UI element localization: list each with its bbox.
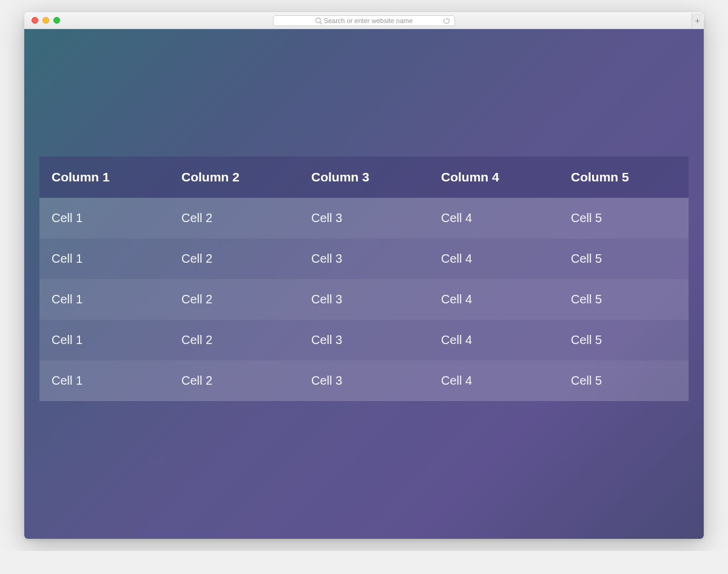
data-table: Column 1 Column 2 Column 3 Column 4 Colu… [39,157,689,401]
table-row: Cell 1 Cell 2 Cell 3 Cell 4 Cell 5 [39,238,689,279]
table-cell: Cell 3 [299,198,429,238]
minimize-icon[interactable] [42,17,49,24]
table-header-row: Column 1 Column 2 Column 3 Column 4 Colu… [39,157,689,198]
table-cell: Cell 2 [169,238,299,279]
address-placeholder: Search or enter website name [324,17,413,24]
table-cell: Cell 1 [39,198,169,238]
table-cell: Cell 1 [39,238,169,279]
browser-toolbar: Search or enter website name + [24,12,704,29]
table-cell: Cell 4 [429,238,559,279]
table-cell: Cell 5 [559,198,689,238]
address-bar[interactable]: Search or enter website name [273,15,455,26]
table-cell: Cell 2 [169,279,299,320]
table-cell: Cell 2 [169,360,299,401]
table-cell: Cell 5 [559,279,689,320]
reload-icon[interactable] [443,18,450,24]
table-cell: Cell 4 [429,279,559,320]
table-cell: Cell 2 [169,320,299,360]
column-header: Column 2 [169,157,299,198]
table-cell: Cell 4 [429,198,559,238]
table-cell: Cell 5 [559,360,689,401]
table-cell: Cell 3 [299,279,429,320]
close-icon[interactable] [32,17,38,24]
table-cell: Cell 4 [429,320,559,360]
table-cell: Cell 1 [39,360,169,401]
table-cell: Cell 1 [39,320,169,360]
table-cell: Cell 4 [429,360,559,401]
page-viewport: Column 1 Column 2 Column 3 Column 4 Colu… [24,29,704,539]
window-controls [32,17,60,24]
column-header: Column 1 [39,157,169,198]
table-cell: Cell 2 [169,198,299,238]
column-header: Column 5 [559,157,689,198]
search-icon [315,18,321,23]
browser-window: Search or enter website name + Column 1 … [24,12,704,539]
column-header: Column 3 [299,157,429,198]
table-cell: Cell 5 [559,238,689,279]
new-tab-button[interactable]: + [692,13,703,28]
table-row: Cell 1 Cell 2 Cell 3 Cell 4 Cell 5 [39,360,689,401]
table-cell: Cell 3 [299,238,429,279]
table-cell: Cell 1 [39,279,169,320]
maximize-icon[interactable] [53,17,60,24]
column-header: Column 4 [429,157,559,198]
table-cell: Cell 3 [299,360,429,401]
table-row: Cell 1 Cell 2 Cell 3 Cell 4 Cell 5 [39,320,689,360]
table-cell: Cell 3 [299,320,429,360]
table-row: Cell 1 Cell 2 Cell 3 Cell 4 Cell 5 [39,198,689,238]
table-row: Cell 1 Cell 2 Cell 3 Cell 4 Cell 5 [39,279,689,320]
table-cell: Cell 5 [559,320,689,360]
